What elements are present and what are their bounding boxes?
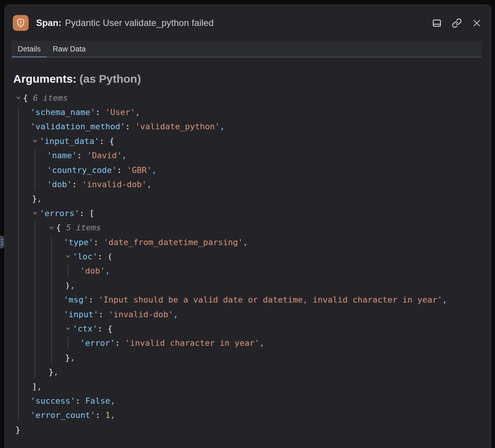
panel-title: Span:Pydantic User validate_python faile…	[36, 18, 431, 28]
token-c: ,	[442, 295, 447, 304]
tree-row: 'success': False,	[5, 394, 491, 408]
tree-row: { 6 items	[5, 91, 491, 105]
tree-row: },	[5, 192, 491, 206]
token-c: ,	[220, 122, 225, 131]
token-p: }	[32, 194, 37, 203]
panel-header: Span:Pydantic User validate_python faile…	[5, 5, 491, 41]
token-p: :	[99, 310, 109, 319]
tree-row: 'name': 'David',	[5, 148, 491, 163]
token-k: 'error'	[80, 338, 115, 348]
chevron-down-icon[interactable]	[49, 225, 55, 231]
tree-row: ],	[5, 379, 491, 394]
token-s: 'date_from_datetime_parsing'	[103, 238, 243, 247]
tree-row: },	[5, 350, 491, 365]
token-k: 'input'	[64, 310, 99, 319]
token-k: 'country_code'	[47, 165, 117, 175]
shield-alert-icon	[15, 18, 26, 28]
tree-row: 'country_code': 'GBR',	[5, 163, 491, 177]
tab-raw-data[interactable]: Raw Data	[47, 41, 92, 57]
span-detail-panel: Span:Pydantic User validate_python faile…	[5, 5, 491, 448]
token-p: : {	[97, 324, 112, 333]
panel-title-kind: Span:	[36, 18, 62, 28]
token-p: }	[65, 353, 70, 362]
token-p: :	[95, 410, 105, 420]
tree-row: }	[5, 422, 491, 437]
token-k: 'ctx'	[73, 324, 97, 333]
token-p: )	[65, 281, 70, 290]
close-button[interactable]	[471, 18, 482, 28]
chevron-down-icon[interactable]	[65, 253, 71, 259]
chevron-down-icon[interactable]	[32, 210, 38, 216]
close-icon	[472, 18, 481, 28]
tree-row: 'dob': 'invalid-dob',	[5, 177, 491, 191]
tree-row: 'dob',	[5, 264, 491, 278]
chevron-down-icon[interactable]	[32, 138, 38, 144]
token-c: ,	[70, 281, 75, 290]
arguments-heading: Arguments:(as Python)	[13, 72, 491, 86]
copy-link-button[interactable]	[451, 18, 462, 28]
token-s: 'validate_python'	[135, 122, 220, 131]
token-c: ,	[70, 353, 75, 362]
tree-row: 'errors': [	[5, 206, 491, 220]
arguments-tree: { 6 items'schema_name': 'User','validati…	[5, 91, 491, 437]
arguments-heading-label: Arguments:	[13, 73, 76, 85]
token-p: :	[77, 151, 87, 160]
chevron-down-icon[interactable]	[15, 95, 21, 101]
token-p: : [	[79, 209, 94, 218]
token-c: ,	[135, 107, 140, 117]
tree-row: { 5 items	[5, 221, 491, 235]
token-k: 'msg'	[64, 295, 88, 304]
token-p: : (	[97, 252, 112, 261]
token-c: ,	[37, 382, 42, 391]
token-i: 6 items	[33, 93, 68, 103]
token-n: 1	[105, 410, 110, 420]
tree-row: 'validation_method': 'validate_python',	[5, 120, 491, 134]
tree-row: 'input': 'invalid-dob',	[5, 307, 491, 321]
token-p: }	[15, 425, 20, 434]
tree-row: 'msg': 'Input should be a valid date or …	[5, 292, 491, 307]
tree-row: 'loc': (	[5, 249, 491, 263]
token-c: ,	[152, 165, 156, 175]
token-c: ,	[53, 367, 58, 377]
token-k: 'type'	[64, 238, 93, 247]
token-c: ,	[105, 266, 110, 275]
token-p: :	[115, 338, 125, 348]
token-s: 'invalid-dob'	[108, 310, 173, 319]
token-k: 'loc'	[73, 252, 97, 261]
token-p: :	[93, 238, 103, 247]
token-c: ,	[110, 396, 115, 406]
panel-resize-handle[interactable]	[0, 236, 4, 248]
token-s: 'Input should be a valid date or datetim…	[99, 295, 442, 304]
tab-bar: DetailsRaw Data	[12, 41, 482, 58]
token-p: :	[95, 107, 105, 117]
token-k: 'dob'	[47, 180, 72, 189]
tree-row: 'error_count': 1,	[5, 408, 491, 422]
token-c: ,	[110, 410, 115, 420]
tree-row: 'schema_name': 'User',	[5, 105, 491, 119]
token-k: 'schema_name'	[30, 107, 95, 117]
tree-row: 'type': 'date_from_datetime_parsing',	[5, 235, 491, 249]
token-c: ,	[37, 194, 42, 203]
token-b: False	[85, 396, 110, 406]
chevron-down-icon[interactable]	[65, 325, 71, 331]
dock-bottom-icon	[432, 18, 442, 28]
token-p: ]	[32, 382, 37, 391]
token-s: 'GBR'	[127, 165, 152, 175]
token-s: 'invalid-dob'	[82, 180, 147, 189]
token-c: ,	[243, 238, 248, 247]
tab-details[interactable]: Details	[12, 41, 47, 57]
token-p: :	[72, 180, 82, 189]
tree-row: },	[5, 365, 491, 379]
token-i: 5 items	[66, 223, 101, 232]
token-k: 'errors'	[39, 209, 79, 218]
token-k: 'success'	[30, 396, 75, 406]
token-c: ,	[147, 180, 152, 189]
token-k: 'input_data'	[39, 136, 99, 146]
tree-row: 'input_data': {	[5, 134, 491, 148]
dock-panel-button[interactable]	[431, 18, 442, 28]
token-p: }	[49, 367, 53, 377]
token-p: :	[125, 122, 135, 131]
tree-row: 'ctx': {	[5, 321, 491, 336]
token-c: ,	[173, 310, 178, 319]
panel-title-text: Pydantic User validate_python failed	[65, 18, 214, 28]
